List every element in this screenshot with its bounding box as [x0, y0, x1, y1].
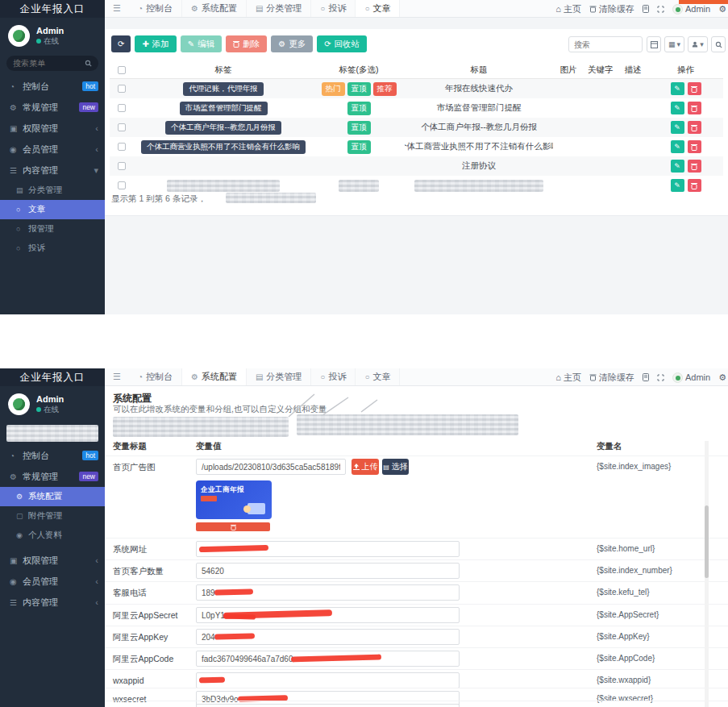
- clear-cache-link[interactable]: 清除缓存: [589, 3, 634, 15]
- user-icon: ◉: [10, 577, 23, 586]
- sidebar-subitem-attachments[interactable]: ▢附件管理: [0, 506, 105, 526]
- banner-preview-image[interactable]: 企业工商年报: [196, 480, 272, 519]
- sidebar-subitem-profile[interactable]: ◉个人资料: [0, 526, 105, 545]
- remove-image-button[interactable]: [196, 522, 270, 531]
- sidebar-item-general[interactable]: ⚙常规管理new: [0, 466, 105, 487]
- delete-row-button[interactable]: [688, 82, 701, 95]
- edit-row-button[interactable]: ✎: [671, 102, 684, 114]
- row-checkbox[interactable]: [118, 181, 126, 189]
- user-status: 在线: [36, 36, 64, 47]
- sidebar-item-console[interactable]: ◔控制台hot: [0, 76, 105, 97]
- home-link[interactable]: ⌂主页: [555, 372, 581, 384]
- tab-category[interactable]: ▤分类管理: [247, 368, 311, 385]
- sidebar-item-general[interactable]: ⚙常规管理new: [0, 97, 105, 118]
- user-menu[interactable]: Admin: [672, 372, 710, 383]
- wxappid-input[interactable]: [196, 672, 460, 688]
- delete-row-button[interactable]: [688, 140, 701, 153]
- gears-icon: ⚙: [10, 472, 23, 481]
- sidebar-subitem-article[interactable]: ○文章: [0, 200, 105, 219]
- edit-row-button[interactable]: ✎: [671, 160, 684, 173]
- index-number-input[interactable]: [196, 563, 460, 579]
- trash-icon: [691, 163, 697, 170]
- hamburger-icon[interactable]: ☰: [105, 0, 129, 17]
- user-icon: ◉: [10, 145, 23, 154]
- docs-button[interactable]: [643, 373, 649, 381]
- clear-cache-link[interactable]: 清除缓存: [589, 372, 634, 384]
- trash-icon: [691, 124, 697, 131]
- refresh-button[interactable]: ⟳: [111, 35, 131, 52]
- header-title: 标题: [405, 61, 553, 78]
- export-button[interactable]: [647, 36, 661, 52]
- tab-complaint[interactable]: ○投诉: [311, 368, 356, 385]
- tab-complaint[interactable]: ○投诉: [311, 0, 356, 17]
- header-keyword: 关键字: [584, 61, 618, 78]
- more-button[interactable]: ⚙更多: [271, 35, 313, 52]
- table-search-input[interactable]: [568, 36, 643, 52]
- sidebar-menu: ◔控制台hot ⚙常规管理new ⚙系统配置 ▢附件管理 ◉个人资料 ▣权限管理…: [0, 445, 105, 613]
- delete-button[interactable]: 删除: [226, 35, 267, 52]
- sidebar-subitem-system-config[interactable]: ⚙系统配置: [0, 487, 105, 506]
- fullscreen-button[interactable]: [657, 374, 664, 381]
- edit-row-button[interactable]: ✎: [671, 140, 684, 153]
- search-button[interactable]: [711, 36, 726, 52]
- settings-button[interactable]: ⚙: [718, 372, 726, 383]
- sidebar-subitem-category[interactable]: ▤分类管理: [0, 181, 105, 200]
- trash-icon: [589, 5, 597, 13]
- user-menu[interactable]: Admin: [672, 4, 710, 15]
- sidebar-item-members[interactable]: ◉会员管理‹: [0, 139, 105, 160]
- user-status: 在线: [36, 405, 64, 415]
- sidebar-item-content[interactable]: ☰内容管理▾: [0, 160, 105, 181]
- fullscreen-button[interactable]: [657, 6, 664, 13]
- file-icon: [643, 5, 649, 13]
- row-checkbox[interactable]: [118, 162, 126, 170]
- edit-button[interactable]: ✎编辑: [181, 35, 222, 52]
- sidebar-item-console[interactable]: ◔控制台hot: [0, 445, 105, 466]
- tab-console[interactable]: ◔控制台: [129, 0, 182, 17]
- upload-button[interactable]: 上传: [352, 459, 379, 475]
- edit-row-button[interactable]: ✎: [671, 82, 684, 95]
- tab-system-config[interactable]: ⚙系统配置: [182, 368, 247, 385]
- mchid-input[interactable]: [196, 704, 460, 707]
- sidebar-item-content[interactable]: ☰内容管理‹: [0, 592, 105, 613]
- home-link[interactable]: ⌂主页: [555, 3, 581, 15]
- columns-dropdown-button[interactable]: ▦▾: [664, 36, 684, 52]
- delete-row-button[interactable]: [688, 121, 701, 134]
- sidebar-item-permissions[interactable]: ▣权限管理‹: [0, 118, 105, 139]
- index-images-input[interactable]: [196, 459, 346, 475]
- circle-icon: ○: [320, 372, 325, 381]
- row-checkbox[interactable]: [118, 85, 126, 93]
- tab-article[interactable]: ○文章: [356, 0, 400, 17]
- edit-row-button[interactable]: ✎: [671, 121, 684, 134]
- avatar[interactable]: [8, 393, 30, 415]
- screenshot-system-config-page: 企业年报入口 ☰ ◔控制台 ⚙系统配置 ▤分类管理 ○投诉 ○文章 ⌂主页 清除…: [0, 368, 728, 707]
- row-checkbox[interactable]: [118, 104, 126, 112]
- delete-row-button[interactable]: [688, 102, 701, 114]
- choose-button[interactable]: ▤选择: [382, 459, 409, 475]
- search-icon: [715, 41, 722, 48]
- avatar: [672, 4, 683, 15]
- scrollbar[interactable]: [705, 441, 709, 707]
- settings-button[interactable]: ⚙: [718, 4, 726, 15]
- tab-category[interactable]: ▤分类管理: [247, 0, 311, 17]
- row-checkbox[interactable]: [118, 143, 126, 151]
- recycle-bin-button[interactable]: ⟳回收站: [317, 35, 367, 52]
- row-checkbox[interactable]: [118, 123, 126, 131]
- tab-console[interactable]: ◔控制台: [129, 368, 182, 385]
- sidebar-subitem-complaint[interactable]: ○投诉: [0, 239, 105, 258]
- sidebar-item-permissions[interactable]: ▣权限管理‹: [0, 550, 105, 571]
- delete-row-button[interactable]: [688, 160, 701, 173]
- delete-row-button[interactable]: [688, 179, 701, 192]
- sidebar-search-input[interactable]: [13, 59, 85, 68]
- scrollbar-thumb[interactable]: [705, 505, 709, 578]
- sidebar-subitem-report[interactable]: ○报管理: [0, 219, 105, 239]
- add-button[interactable]: ✚添加: [135, 35, 176, 52]
- user-filter-dropdown-button[interactable]: ▾: [688, 36, 708, 52]
- edit-row-button[interactable]: ✎: [671, 179, 684, 192]
- docs-button[interactable]: [643, 5, 649, 13]
- sidebar-item-members[interactable]: ◉会员管理‹: [0, 571, 105, 592]
- hamburger-icon[interactable]: ☰: [105, 368, 129, 385]
- tab-article[interactable]: ○文章: [356, 368, 400, 385]
- avatar[interactable]: [8, 25, 30, 47]
- tab-system-config[interactable]: ⚙系统配置: [182, 0, 247, 17]
- select-all-checkbox[interactable]: [118, 66, 126, 74]
